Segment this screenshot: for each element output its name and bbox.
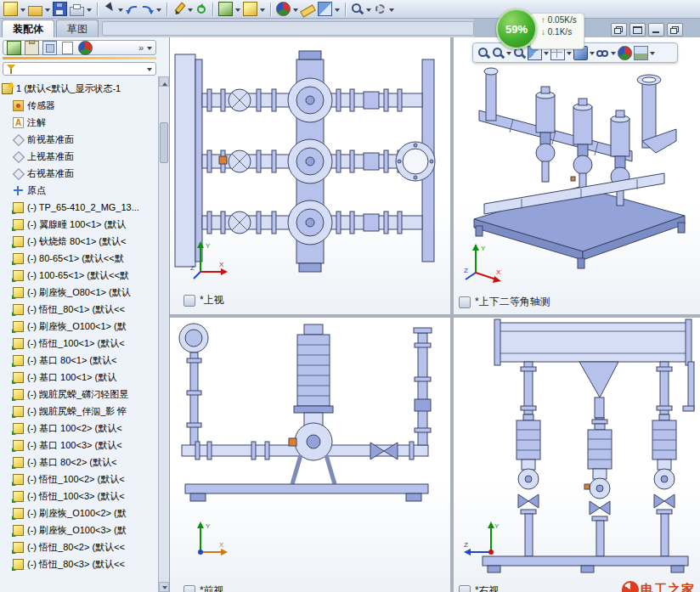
orientation-triad: Y Z [462, 518, 501, 561]
tree-item[interactable]: 右视基准面 [2, 165, 158, 182]
dropdown-arrow-icon[interactable] [188, 8, 193, 14]
minimize-window-button[interactable] [648, 23, 664, 37]
tree-item-label: (-) 钬烧焙 80<1> (默认< [27, 235, 126, 248]
dropdown-arrow-icon[interactable] [335, 8, 340, 14]
edit-appearance-icon[interactable] [618, 46, 632, 60]
zoom-icon[interactable] [351, 3, 364, 15]
tree-item[interactable]: 上视基准面 [2, 148, 158, 165]
tab-assembly[interactable]: 装配体 [2, 20, 54, 37]
viewport-right-view[interactable]: Y Z *右视 [454, 318, 700, 592]
tree-item[interactable]: (-) 悟忸_100<3> (默认< [2, 488, 158, 505]
tree-item[interactable]: (-) 刷座恢_O100<3> (默 [2, 522, 158, 538]
new-document-icon[interactable] [3, 2, 18, 16]
scrollbar-thumb[interactable] [160, 122, 168, 163]
tree-item[interactable]: 注解 [2, 114, 158, 131]
undo-icon[interactable] [126, 3, 138, 15]
dropdown-arrow-icon[interactable] [147, 47, 152, 53]
tree-item[interactable]: (-) 基口 80<1> (默认< [2, 352, 158, 369]
tree-item[interactable]: (-) 悟忸_80<1> (默认<< [2, 301, 158, 318]
tree-item-label: (-) 悟忸_100<2> (默认< [27, 473, 125, 486]
dropdown-arrow-icon[interactable] [389, 8, 394, 14]
sketch-icon[interactable] [172, 3, 185, 15]
dropdown-arrow-icon[interactable] [590, 52, 595, 58]
save-icon[interactable] [53, 2, 67, 16]
tree-item[interactable]: (-) 基口 100<3> (默认< [2, 437, 158, 454]
scroll-down-button[interactable] [159, 582, 169, 592]
restore-down-button[interactable] [667, 23, 683, 37]
edit-appearance-icon[interactable] [276, 2, 291, 16]
dimxpert-tab-icon[interactable] [62, 42, 73, 54]
maximize-window-button[interactable] [629, 23, 646, 37]
tree-item[interactable]: (-) 基口 100<1> (默认 [2, 369, 158, 386]
tree-item[interactable]: (-) TP_65-410_2_MG_13... [2, 199, 158, 216]
featuremanager-tab-icon[interactable] [7, 41, 21, 55]
dropdown-arrow-icon[interactable] [260, 8, 265, 14]
assembly-icon[interactable] [218, 2, 233, 16]
tree-item[interactable]: 传感器 [2, 97, 158, 114]
tree-item[interactable]: (-) 悟忸_100<1> (默认< [2, 335, 158, 352]
performance-badge[interactable]: 59% [496, 8, 537, 49]
dropdown-arrow-icon[interactable] [118, 8, 123, 14]
dropdown-arrow-icon[interactable] [611, 52, 616, 58]
tree-item[interactable]: (-) 悟忸_100<2> (默认< [2, 471, 158, 488]
tree-item[interactable]: (-) 基口 100<2> (默认< [2, 420, 158, 437]
open-document-icon[interactable] [28, 6, 42, 16]
tree-item-label: 注解 [27, 116, 46, 129]
dropdown-arrow-icon[interactable] [235, 8, 240, 14]
hide-show-items-icon[interactable] [596, 47, 609, 59]
tree-item[interactable]: (-) 悟忸_80<3> (默认<< [2, 555, 158, 572]
tree-item-label: (-) 基口 80<1> (默认< [27, 354, 116, 367]
scroll-up-button[interactable] [159, 76, 169, 87]
tree-item[interactable]: 原点 [2, 182, 158, 199]
dropdown-arrow-icon[interactable] [366, 8, 371, 14]
redo-icon[interactable] [141, 3, 154, 15]
tree-item[interactable]: (-) 悟忸_80<2> (默认<< [2, 538, 158, 555]
options-icon[interactable] [375, 4, 385, 14]
tree-item[interactable]: (-) 翼腺畽 100<1> (默认 [2, 216, 158, 233]
tab-sketch[interactable]: 草图 [56, 20, 99, 37]
part-icon[interactable] [243, 2, 257, 16]
restore-window-button[interactable] [611, 23, 627, 37]
dropdown-arrow-icon[interactable] [544, 52, 549, 58]
tree-scrollbar[interactable] [158, 76, 169, 592]
dropdown-arrow-icon[interactable] [147, 68, 152, 74]
tree-item[interactable]: 前视基准面 [2, 131, 158, 148]
print-icon[interactable] [70, 7, 84, 16]
zoom-fit-icon[interactable] [477, 47, 490, 59]
tree-item[interactable]: 1 (默认<默认_显示状态-1 [2, 80, 158, 97]
select-icon[interactable] [103, 3, 116, 15]
panel-chevron-icon[interactable]: » [138, 42, 144, 53]
tree-item-label: (-) 觊脏尻蝾_伴泅_影 悴 [27, 405, 127, 418]
svg-text:X: X [496, 268, 501, 276]
viewport-isometric-view[interactable]: Y X Z *上下二等角轴测 [454, 37, 700, 314]
dropdown-arrow-icon[interactable] [293, 8, 298, 14]
dropdown-arrow-icon[interactable] [87, 8, 92, 14]
viewport-front-view[interactable]: Y X *前视 [170, 318, 450, 592]
dropdown-arrow-icon[interactable] [567, 52, 572, 58]
displaymanager-tab-icon[interactable] [78, 41, 93, 55]
rebuild-icon[interactable] [197, 5, 206, 14]
apply-scene-icon[interactable] [634, 46, 648, 60]
tree-item[interactable]: (-) 刷座恢_O80<1> (默认 [2, 284, 158, 301]
tree-item[interactable]: (-) 钬烧焙 80<1> (默认< [2, 233, 158, 250]
dropdown-arrow-icon[interactable] [156, 8, 161, 14]
dropdown-arrow-icon[interactable] [20, 8, 25, 14]
tree-item[interactable]: (-) 刷座恢_O100<1> (默 [2, 318, 158, 335]
section-view-icon[interactable] [318, 2, 332, 16]
tree-item[interactable]: (-) 觊脏尻蝾_礴汈轻图昱 [2, 386, 158, 403]
measure-icon[interactable] [300, 4, 316, 17]
tree-filter-input[interactable] [20, 63, 144, 75]
viewport-top-view[interactable]: Y X Z *上视 [170, 37, 450, 314]
dropdown-arrow-icon[interactable] [650, 52, 655, 58]
dropdown-arrow-icon[interactable] [506, 52, 511, 58]
propertymanager-tab-icon[interactable] [25, 41, 39, 55]
tree-item-label: (-) 觊脏尻蝾_礴汈轻图昱 [27, 388, 128, 401]
tree-item[interactable]: (-) 80-65<1> (默认<<默 [2, 250, 158, 267]
tree-item[interactable]: (-) 刷座恢_O100<2> (默 [2, 505, 158, 522]
tree-item[interactable]: (-) 基口 80<2> (默认< [2, 454, 158, 471]
svg-text:Y: Y [206, 522, 211, 530]
tree-item[interactable]: (-) 100-65<1> (默认<<默 [2, 267, 158, 284]
dropdown-arrow-icon[interactable] [45, 8, 50, 14]
tree-item[interactable]: (-) 觊脏尻蝾_伴泅_影 悴 [2, 403, 158, 420]
configurationmanager-tab-icon[interactable] [42, 41, 57, 55]
